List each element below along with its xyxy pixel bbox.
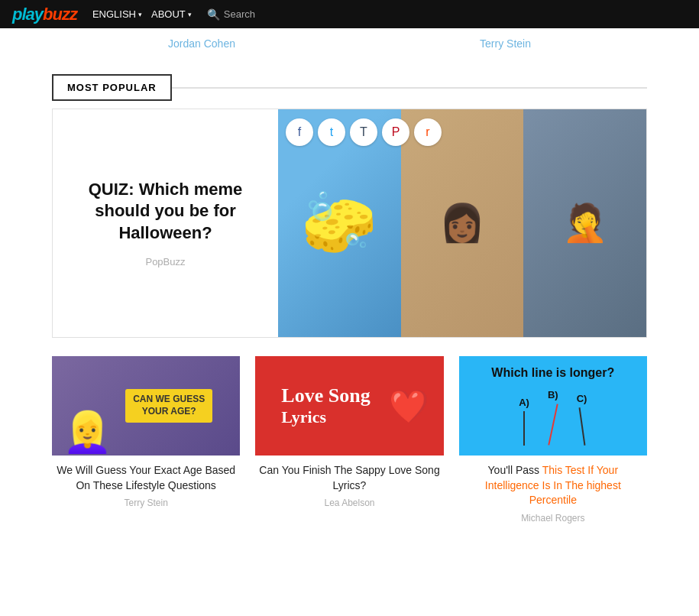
iq-title-pre: You'll Pass [488,464,542,476]
about-chevron-icon: ▾ [188,11,192,18]
card-iq-title[interactable]: You'll Pass This Test If Your Intelligen… [462,463,644,508]
logo-play: play [12,5,43,24]
most-popular-title: MOST POPULAR [52,74,172,101]
age-thumb-bg: 👱‍♀️ CAN WE GUESS YOUR AGE? [52,356,240,456]
iq-line-b [548,404,558,445]
iq-line-b-item: B) [548,389,558,446]
card-love-body: Can You Finish The Sappy Love Song Lyric… [255,456,443,516]
person2-placeholder: 🤦 [523,109,646,337]
card-iq: Which line is longer? A) B) C) [459,356,647,531]
iq-line-c [578,407,585,446]
navbar: playbuzz ENGLISH ▾ ABOUT ▾ 🔍 Search [0,0,699,28]
age-badge-line2: YOUR AGE? [133,406,205,418]
card-age-body: We Will Guess Your Exact Age Based On Th… [52,456,240,516]
search-label: Search [224,8,255,20]
twitter-share-icon[interactable]: t [318,118,345,146]
english-nav-link[interactable]: ENGLISH ▾ [92,8,142,20]
love-song-text: Love Song Lyrics [270,378,380,435]
person-age-icon: 👱‍♀️ [63,409,112,456]
age-badge-line1: CAN WE GUESS [133,394,205,406]
pinterest-share-icon[interactable]: P [382,118,409,146]
featured-title: QUIZ: Which meme should you be for Hallo… [68,179,263,245]
card-grid: 👱‍♀️ CAN WE GUESS YOUR AGE? We Will Gues… [0,356,699,531]
card-love-title[interactable]: Can You Finish The Sappy Love Song Lyric… [258,463,440,493]
facebook-share-icon[interactable]: f [286,118,313,146]
featured-text-panel: QUIZ: Which meme should you be for Hallo… [53,109,278,337]
author-left[interactable]: Jordan Cohen [168,37,235,50]
card-iq-author: Michael Rogers [462,513,644,524]
love-line1: Love Song [281,385,370,407]
iq-label-c: C) [577,393,587,404]
iq-lines: A) B) C) [519,389,587,446]
age-badge: CAN WE GUESS YOUR AGE? [125,389,212,422]
card-love-thumb: Love Song Lyrics ❤️ [255,356,443,456]
iq-line-a [523,411,525,446]
english-chevron-icon: ▾ [138,11,142,18]
tumblr-share-icon[interactable]: T [350,118,377,146]
card-love-title-link[interactable]: Can You Finish The Sappy Love Song Lyric… [259,464,439,491]
iq-label-b: B) [548,389,558,400]
card-age-thumb: 👱‍♀️ CAN WE GUESS YOUR AGE? [52,356,240,456]
featured-section: QUIZ: Which meme should you be for Hallo… [0,109,699,338]
iq-question-text: Which line is longer? [491,366,614,380]
card-age: 👱‍♀️ CAN WE GUESS YOUR AGE? We Will Gues… [52,356,240,531]
card-love: Love Song Lyrics ❤️ Can You Finish The S… [255,356,443,531]
site-logo[interactable]: playbuzz [12,5,77,24]
card-age-title[interactable]: We Will Guess Your Exact Age Based On Th… [55,463,237,493]
card-iq-title-link[interactable]: You'll Pass This Test If Your Intelligen… [485,464,621,506]
author-row: Jordan Cohen Terry Stein [0,28,699,59]
about-label: ABOUT [151,8,186,20]
section-header: MOST POPULAR [0,59,699,101]
love-line2: Lyrics [281,408,370,426]
featured-card: QUIZ: Which meme should you be for Hallo… [52,109,647,338]
iq-label-a: A) [519,397,529,408]
reddit-share-icon[interactable]: r [414,118,442,146]
card-iq-thumb: Which line is longer? A) B) C) [459,356,647,456]
english-label: ENGLISH [92,8,136,20]
card-iq-body: You'll Pass This Test If Your Intelligen… [459,456,647,531]
love-thumb-bg: Love Song Lyrics ❤️ [255,356,443,456]
author-right[interactable]: Terry Stein [480,37,531,50]
search-icon: 🔍 [207,8,220,21]
iq-thumb-bg: Which line is longer? A) B) C) [459,356,647,456]
logo-buzz: buzz [43,5,77,24]
featured-image-person2: 🤦 [523,109,646,337]
card-love-author: Lea Abelson [258,498,440,508]
search-bar[interactable]: 🔍 Search [207,8,255,21]
card-age-author: Terry Stein [55,498,237,508]
iq-line-a-item: A) [519,397,529,446]
social-icons-bar: f t T P r [286,118,442,146]
sponge-emoji: 🧽 [301,193,377,254]
love-heart-icon: ❤️ [389,387,429,425]
section-divider [172,87,647,89]
about-nav-link[interactable]: ABOUT ▾ [151,8,192,20]
featured-images: f t T P r 🧽 👩🏾 🤦 [278,109,646,337]
card-age-title-link[interactable]: We Will Guess Your Exact Age Based On Th… [57,464,235,491]
featured-author: PopBuzz [145,256,185,267]
iq-line-c-item: C) [577,393,587,446]
